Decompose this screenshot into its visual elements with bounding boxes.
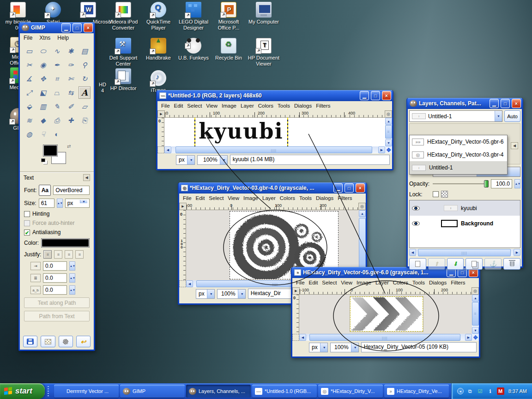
- mcafee-icon[interactable]: M: [497, 387, 504, 395]
- quickmask-toggle[interactable]: [292, 334, 299, 341]
- dodge-burn-tool[interactable]: ◐: [51, 128, 63, 140]
- menu-item[interactable]: File: [183, 195, 192, 201]
- quick-launch-grip[interactable]: [46, 385, 52, 397]
- free-select-tool[interactable]: ∿: [51, 45, 63, 57]
- vertical-scrollbar[interactable]: ▲ ≡ ▼: [385, 118, 392, 146]
- crop-tool[interactable]: ✄: [65, 73, 77, 85]
- scroll-right-button[interactable]: ▶: [514, 249, 520, 256]
- menu-item[interactable]: Dialogs: [316, 195, 333, 201]
- default-colors-icon[interactable]: [41, 158, 45, 162]
- opacity-spinner[interactable]: ▲▼: [514, 179, 520, 188]
- quickmask-toggle[interactable]: [179, 280, 186, 287]
- blend-tool[interactable]: ▥: [37, 100, 49, 113]
- scroll-left-button[interactable]: ◀: [299, 334, 306, 341]
- network-icon[interactable]: ⧉: [466, 387, 474, 395]
- heal-tool[interactable]: ✚: [65, 114, 77, 127]
- menu-item[interactable]: Filters: [338, 195, 352, 201]
- letter-spacing-field[interactable]: 0.0: [43, 285, 67, 295]
- menu-item[interactable]: Edit: [174, 103, 183, 109]
- delete-layer-button[interactable]: [503, 258, 520, 270]
- text-along-path-button[interactable]: Text along Path: [24, 297, 90, 308]
- untitled-canvas[interactable]: kyuubi: [164, 118, 385, 146]
- scroll-up-button[interactable]: ▲: [385, 118, 392, 125]
- lock-checkbox[interactable]: [433, 191, 439, 197]
- zoom-indicator-icon[interactable]: ◎: [385, 110, 392, 118]
- rotate-tool[interactable]: ↻: [79, 73, 91, 85]
- menu-item[interactable]: Select: [187, 103, 202, 109]
- size-field[interactable]: 61: [39, 199, 54, 208]
- scroll-up-button[interactable]: ▲: [359, 210, 366, 217]
- menu-item[interactable]: Colors: [393, 280, 408, 285]
- security-check-icon[interactable]: ☑: [477, 387, 484, 395]
- desktop-icon-handbrake[interactable]: Handbrake: [142, 38, 175, 61]
- align-tool[interactable]: ⌗: [51, 73, 63, 85]
- menu-item[interactable]: File: [24, 35, 32, 41]
- scroll-left-button[interactable]: ◀: [409, 249, 416, 256]
- taskbar-item-derrty-vector[interactable]: Derrrrrrty Vector ...: [54, 385, 119, 398]
- indent-field[interactable]: 0.0: [43, 261, 67, 271]
- bucket-fill-tool[interactable]: ⬙: [23, 100, 35, 113]
- vector03-titlebar[interactable]: ◎ *HExtacy_Dirty_Vector-03.gbr-4.0 (gray…: [179, 182, 366, 193]
- font-name-field[interactable]: OverBored: [53, 186, 90, 195]
- justify-center-button[interactable]: ≡: [65, 250, 73, 259]
- letter-spacing-spinner[interactable]: ▲▼: [69, 285, 75, 295]
- desktop-icon-dell-support[interactable]: Dell Support Center: [107, 38, 140, 67]
- scroll-up-button[interactable]: ▲: [472, 295, 479, 302]
- text-color-button[interactable]: [41, 238, 90, 248]
- smudge-tool[interactable]: ☟: [37, 128, 49, 140]
- lock-alpha-icon[interactable]: [441, 191, 448, 198]
- scissors-select-tool[interactable]: ✂: [23, 59, 35, 71]
- minimize-button[interactable]: ▁: [61, 23, 71, 32]
- image-list-item-vector05[interactable]: HExtacy_Dirty_Vector-05.gbr-6: [410, 135, 507, 148]
- info-icon[interactable]: ℹ: [487, 387, 494, 395]
- desktop-icon-lego[interactable]: LEGO Digital Designer: [177, 2, 210, 31]
- menu-item[interactable]: Select: [322, 280, 337, 285]
- line-spacing-spinner[interactable]: ▲▼: [69, 273, 75, 283]
- shear-tool[interactable]: ⬕: [37, 86, 49, 99]
- new-layer-button[interactable]: [409, 258, 426, 270]
- zoom-indicator-icon[interactable]: ◎: [358, 203, 366, 210]
- opacity-value-field[interactable]: 100.0: [491, 179, 512, 188]
- pencil-tool[interactable]: ✎: [51, 100, 63, 113]
- perspective-clone-tool[interactable]: ⎘: [79, 114, 91, 127]
- scrollbar-thumb[interactable]: ||||: [309, 334, 460, 341]
- justify-right-button[interactable]: ≡: [54, 250, 62, 259]
- select-by-color-tool[interactable]: ▤: [79, 45, 91, 57]
- scrollbar-thumb[interactable]: ≡: [472, 302, 479, 326]
- desktop-icon-ms-office-p[interactable]: Microsoft Office P...: [212, 2, 245, 31]
- menu-item[interactable]: Layer: [262, 195, 276, 201]
- start-button[interactable]: start: [0, 383, 45, 399]
- menu-item[interactable]: View: [341, 280, 352, 285]
- ruler-origin-button[interactable]: ▶: [292, 287, 300, 295]
- blur-sharpen-tool[interactable]: ◍: [23, 128, 35, 140]
- raise-layer-button[interactable]: ⬆: [428, 258, 445, 270]
- minimize-button[interactable]: ▁: [360, 91, 369, 100]
- menu-item[interactable]: Xtns: [39, 35, 50, 41]
- ellipse-select-tool[interactable]: ⬭: [37, 45, 49, 57]
- scroll-down-button[interactable]: ▼: [472, 327, 479, 334]
- scroll-down-button[interactable]: ▼: [385, 139, 392, 146]
- untitled-titlebar[interactable]: — *Untitled-1.0 (RGB, 2 layers) 468x60 ▁…: [157, 90, 393, 101]
- scrollbar-thumb[interactable]: [359, 218, 366, 270]
- menu-item[interactable]: Layer: [241, 103, 254, 109]
- clone-tool[interactable]: ⎙: [51, 114, 63, 127]
- restore-options-button[interactable]: [41, 336, 55, 347]
- menu-item[interactable]: Dialogs: [429, 280, 447, 285]
- zoom-select[interactable]: 100%▼: [217, 289, 246, 299]
- zoom-indicator-icon[interactable]: ◎: [472, 287, 479, 295]
- flip-tool[interactable]: ⇆: [65, 86, 77, 99]
- menu-item[interactable]: Select: [209, 195, 224, 201]
- menu-item[interactable]: File: [296, 280, 305, 285]
- menu-item[interactable]: Tools: [299, 195, 312, 201]
- image-list-item-untitled[interactable]: Untitled-1: [410, 161, 507, 174]
- foreground-select-tool[interactable]: ◉: [37, 59, 49, 71]
- foreground-color-swatch[interactable]: [43, 145, 58, 157]
- maximize-button[interactable]: □: [501, 99, 510, 108]
- unit-select[interactable]: px▼: [309, 343, 328, 352]
- close-button[interactable]: ×: [512, 99, 521, 108]
- menu-item[interactable]: Help: [57, 35, 69, 41]
- lower-layer-button[interactable]: ⬇: [447, 258, 464, 270]
- anchor-layer-button[interactable]: ⚓: [484, 258, 502, 270]
- duplicate-layer-button[interactable]: [466, 258, 483, 270]
- ruler-origin-button[interactable]: ▶: [179, 203, 187, 210]
